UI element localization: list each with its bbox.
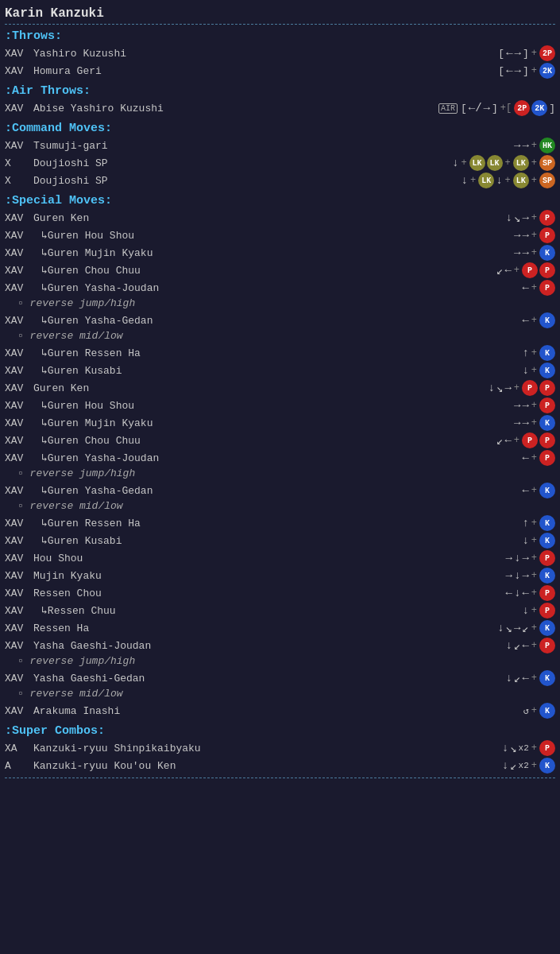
move-version: XAV	[5, 265, 33, 277]
move-name: ↳Guren Hou Shou	[33, 399, 514, 412]
move-inputs: → → + HK	[514, 138, 555, 153]
arrow: ←	[522, 281, 528, 294]
arrow-down: ↓	[496, 174, 502, 187]
plus: +	[531, 622, 537, 634]
btn-P: P	[539, 450, 555, 466]
move-inputs: ↓ ↘ → ↙ + K	[497, 620, 555, 636]
plus: +	[531, 605, 537, 616]
move-version: XAV	[5, 48, 33, 60]
btn-2K: 2K	[531, 100, 547, 116]
move-inputs: ↓ ↘ → + P	[506, 210, 555, 226]
spin-symbol: ↺	[523, 705, 529, 717]
air-tag: AIR	[438, 103, 458, 114]
bracket-open: [	[461, 103, 467, 114]
arrow: →	[514, 246, 520, 259]
arrow: ↙	[496, 264, 503, 277]
move-name: ↳Guren Mujin Kyaku	[33, 246, 514, 259]
move-inputs: ← + P	[522, 450, 555, 466]
move-version: XAV	[5, 553, 33, 564]
move-row: XAV Guren Ken ↓ ↘ → + P P	[5, 379, 555, 397]
arrow-down: ↓	[462, 174, 468, 187]
move-inputs: ↓ ↘ → + P P	[489, 380, 555, 396]
btn-K: K	[539, 483, 555, 498]
move-name: ↳Guren Hou Shou	[33, 229, 514, 242]
move-version: XAV	[5, 535, 33, 547]
move-name: Yasha Gaeshi-Joudan	[33, 640, 506, 652]
plus: +	[531, 535, 537, 546]
plus: +	[531, 485, 537, 496]
arrow: →	[506, 552, 512, 564]
move-row: XAV Yasha Gaeshi-Joudan ↓ ↙ ← + P	[5, 637, 555, 654]
plus: +	[531, 315, 537, 326]
arrow: ←	[522, 587, 528, 599]
move-version: A	[5, 760, 33, 772]
bottom-divider	[5, 778, 555, 778]
arrow: →	[514, 417, 520, 429]
btn-P: P	[539, 227, 555, 243]
move-inputs: ↓ ↘ x2 + P	[502, 740, 555, 756]
move-inputs: ↙ ← + P P	[496, 262, 555, 278]
move-row: XAV Homura Geri [ ← → ] + 2K	[5, 62, 555, 80]
move-inputs: ↑ + K	[522, 345, 555, 361]
move-version: XAV	[5, 640, 33, 652]
btn-LK: LK	[487, 155, 503, 171]
page-title: Karin Kanzuki	[5, 6, 555, 21]
note-row: ▫ reverse mid/low	[5, 500, 555, 512]
move-name: Abise Yashiro Kuzushi	[33, 103, 438, 114]
btn-2P: 2P	[539, 45, 555, 61]
move-version: XAV	[5, 400, 33, 412]
move-version: XAV	[5, 435, 33, 447]
move-row: XAV Ressen Chou ← ↓ ← + P	[5, 584, 555, 602]
move-row: XAV ↳Guren Ressen Ha ↑ + K	[5, 344, 555, 362]
plus: +	[531, 157, 537, 169]
move-row: XAV ↳Guren Yasha-Joudan ← + P	[5, 279, 555, 297]
arrow: ↓	[522, 534, 528, 547]
move-name: ↳Guren Yasha-Gedan	[33, 484, 522, 497]
btn-K: K	[539, 758, 555, 774]
btn-K: K	[539, 568, 555, 584]
move-inputs: ↺ + K	[523, 703, 555, 719]
move-name: Hou Shou	[33, 553, 506, 564]
move-inputs: ↓ + LK ↓ + LK + SP	[462, 173, 555, 188]
move-version: XAV	[5, 673, 33, 684]
move-row: XAV Guren Ken ↓ ↘ → + P	[5, 209, 555, 227]
move-row: XAV ↳Guren Chou Chuu ↙ ← + P P	[5, 262, 555, 279]
arrow: →	[522, 246, 528, 259]
move-name: Ressen Chou	[33, 588, 506, 599]
plus: +	[531, 588, 537, 599]
super-combos-header: :Super Combos:	[5, 724, 555, 738]
move-version: XAV	[5, 382, 33, 394]
move-row: XAV Ressen Ha ↓ ↘ → ↙ + K	[5, 619, 555, 637]
move-row: XAV ↳Guren Hou Shou → → + P	[5, 227, 555, 244]
btn-2K: 2K	[539, 63, 555, 79]
arrow: →	[506, 569, 512, 582]
move-name: Kanzuki-ryuu Shinpikaibyaku	[33, 743, 502, 754]
arrow: ↓	[497, 622, 504, 634]
move-row: XAV ↳Guren Mujin Kyaku → → + K	[5, 414, 555, 432]
arrow: ↓	[502, 759, 508, 772]
move-version: X	[5, 175, 33, 187]
arrow: ←	[506, 587, 512, 599]
btn-HK: HK	[539, 138, 555, 153]
arrow-right: →	[515, 47, 521, 60]
plus: +	[531, 212, 537, 223]
plus: +	[531, 48, 537, 59]
move-row: XAV Yasha Gaeshi-Gedan ↓ ↙ ← + K	[5, 669, 555, 687]
plus: +	[531, 230, 537, 241]
move-inputs: AIR [ ←/ → ] +[ 2P 2K ]	[438, 100, 555, 116]
move-inputs: ↓ + P	[522, 603, 555, 619]
move-inputs: ↓ + K	[522, 533, 555, 549]
plus: +	[531, 452, 537, 463]
move-version: XAV	[5, 622, 33, 634]
move-row: XAV ↳Guren Yasha-Gedan ← + K	[5, 482, 555, 499]
move-version: XAV	[5, 282, 33, 294]
move-inputs: ← + K	[522, 312, 555, 328]
move-name: ↳Guren Ressen Ha	[33, 347, 522, 359]
arrow: ↙	[514, 672, 520, 685]
plus: +	[531, 65, 537, 76]
btn-LK: LK	[513, 155, 529, 171]
btn-SP: SP	[539, 173, 555, 188]
btn-LK: LK	[469, 155, 485, 171]
arrow: →	[514, 399, 520, 412]
section-special-moves: :Special Moves: XAV Guren Ken ↓ ↘ → + P …	[5, 194, 555, 719]
